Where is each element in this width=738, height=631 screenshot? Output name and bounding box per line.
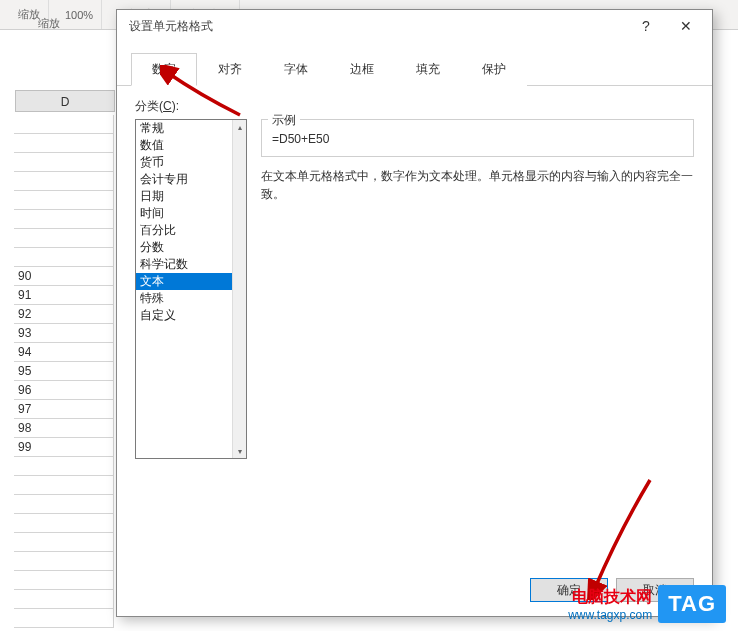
category-item[interactable]: 日期: [136, 188, 232, 205]
cell[interactable]: 96: [14, 381, 114, 400]
scroll-up-icon[interactable]: ▴: [233, 120, 246, 134]
cell[interactable]: 94: [14, 343, 114, 362]
cell[interactable]: [14, 191, 114, 210]
tab-保护[interactable]: 保护: [461, 53, 527, 86]
cell[interactable]: [14, 248, 114, 267]
example-legend: 示例: [268, 112, 300, 129]
watermark-url: www.tagxp.com: [568, 608, 652, 622]
format-details: 示例 =D50+E50 在文本单元格格式中，数字作为文本处理。单元格显示的内容与…: [261, 119, 694, 203]
cell[interactable]: 95: [14, 362, 114, 381]
category-item[interactable]: 货币: [136, 154, 232, 171]
dialog-content: 分类(C): 常规数值货币会计专用日期时间百分比分数科学记数文本特殊自定义 ▴ …: [117, 86, 712, 568]
category-label: 分类(C):: [135, 98, 694, 115]
category-item[interactable]: 自定义: [136, 307, 232, 324]
titlebar: 设置单元格格式 ? ✕: [117, 10, 712, 42]
category-item[interactable]: 时间: [136, 205, 232, 222]
ribbon-group-label: 缩放: [38, 16, 60, 31]
cell[interactable]: [14, 229, 114, 248]
cell[interactable]: [14, 552, 114, 571]
dialog-title: 设置单元格格式: [129, 18, 626, 35]
ribbon-item[interactable]: 100%: [57, 0, 102, 29]
cell[interactable]: 93: [14, 324, 114, 343]
close-button[interactable]: ✕: [666, 12, 706, 40]
category-listbox[interactable]: 常规数值货币会计专用日期时间百分比分数科学记数文本特殊自定义 ▴ ▾: [135, 119, 247, 459]
category-item[interactable]: 常规: [136, 120, 232, 137]
cell[interactable]: [14, 476, 114, 495]
cell[interactable]: 97: [14, 400, 114, 419]
cell[interactable]: [14, 590, 114, 609]
format-cells-dialog: 设置单元格格式 ? ✕ 数字对齐字体边框填充保护 分类(C): 常规数值货币会计…: [116, 9, 713, 617]
category-item[interactable]: 文本: [136, 273, 232, 290]
cell[interactable]: [14, 115, 114, 134]
cell[interactable]: [14, 514, 114, 533]
scrollbar[interactable]: ▴ ▾: [232, 120, 246, 458]
cell[interactable]: 91: [14, 286, 114, 305]
tab-strip: 数字对齐字体边框填充保护: [117, 42, 712, 86]
category-item[interactable]: 数值: [136, 137, 232, 154]
tab-对齐[interactable]: 对齐: [197, 53, 263, 86]
category-item[interactable]: 特殊: [136, 290, 232, 307]
spreadsheet: D 90919293949596979899: [0, 30, 120, 630]
category-item[interactable]: 会计专用: [136, 171, 232, 188]
cell[interactable]: [14, 153, 114, 172]
cell[interactable]: 98: [14, 419, 114, 438]
tab-字体[interactable]: 字体: [263, 53, 329, 86]
cell[interactable]: 90: [14, 267, 114, 286]
cell[interactable]: [14, 571, 114, 590]
example-value: =D50+E50: [272, 132, 683, 146]
cell[interactable]: [14, 172, 114, 191]
cell[interactable]: 99: [14, 438, 114, 457]
tab-数字[interactable]: 数字: [131, 53, 197, 86]
watermark: 电脑技术网 www.tagxp.com TAG: [568, 585, 726, 623]
category-item[interactable]: 百分比: [136, 222, 232, 239]
help-button[interactable]: ?: [626, 12, 666, 40]
category-item[interactable]: 分数: [136, 239, 232, 256]
cell[interactable]: [14, 210, 114, 229]
category-item[interactable]: 科学记数: [136, 256, 232, 273]
tab-填充[interactable]: 填充: [395, 53, 461, 86]
example-box: 示例 =D50+E50: [261, 119, 694, 157]
tab-边框[interactable]: 边框: [329, 53, 395, 86]
cell[interactable]: [14, 134, 114, 153]
column-header-d[interactable]: D: [15, 90, 115, 112]
format-description: 在文本单元格格式中，数字作为文本处理。单元格显示的内容与输入的内容完全一致。: [261, 167, 694, 203]
cell[interactable]: 92: [14, 305, 114, 324]
cell[interactable]: [14, 457, 114, 476]
cell[interactable]: [14, 609, 114, 628]
scroll-down-icon[interactable]: ▾: [233, 444, 246, 458]
cell[interactable]: [14, 495, 114, 514]
cell[interactable]: [14, 533, 114, 552]
watermark-tag: TAG: [658, 585, 726, 623]
watermark-title: 电脑技术网: [568, 587, 652, 608]
